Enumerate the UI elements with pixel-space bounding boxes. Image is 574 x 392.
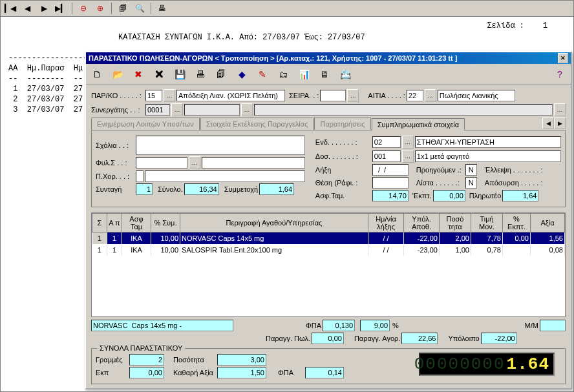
first-icon[interactable]: ▎◀ [3, 1, 17, 15]
lixi-input[interactable] [372, 164, 409, 176]
col-ypol[interactable]: Υπόλ. Αποθ. [404, 214, 440, 232]
copy-icon[interactable]: 🗐 [214, 67, 228, 81]
tab-symplir[interactable]: Συμπληρωματικά στοιχεία [372, 118, 465, 130]
cancel-doc-icon[interactable]: 🗙 [152, 67, 166, 81]
parpol-input [312, 333, 344, 344]
col-ap[interactable]: Α π [107, 214, 122, 232]
next-icon[interactable]: ▶ [37, 1, 51, 15]
new-icon[interactable]: 🗋 [90, 67, 104, 81]
tab-strip: Ενημέρωση Λοιπών Υποσ/των Στοιχεία Εκτέλ… [91, 118, 566, 130]
paragor-label: Παραγγ. Αγορ. [354, 335, 401, 342]
delete-icon[interactable]: ✖ [131, 67, 145, 81]
seira-lookup-button[interactable]: … [347, 89, 359, 102]
tab-ektelesis[interactable]: Στοιχεία Εκτέλεσης Παραγγελίας [200, 118, 314, 130]
pxor-flag-input[interactable] [136, 170, 144, 182]
print-icon[interactable]: 🖶 [155, 1, 169, 15]
aitia-lookup-button[interactable]: … [425, 89, 436, 102]
sxolia-label: Σχόλια . . : [96, 141, 134, 149]
tab-loipon[interactable]: Ενημέρωση Λοιπών Υποσ/των [91, 118, 200, 130]
end-label: Ενδ. . . . . . . : [315, 138, 371, 146]
last-icon[interactable]: ▶▎ [54, 1, 68, 15]
help-icon[interactable]: ? [553, 67, 567, 81]
asftam-input[interactable] [372, 190, 409, 201]
pxor-desc-input[interactable] [145, 170, 305, 182]
col-axia[interactable]: Αξία [531, 214, 565, 232]
parko-lookup-button[interactable]: … [164, 89, 175, 102]
synolo-input[interactable] [184, 183, 219, 195]
edit-icon[interactable]: ✎ [255, 67, 270, 81]
tool1-icon[interactable]: 🗂 [276, 67, 290, 81]
col-poso[interactable]: Ποσό τητα [440, 214, 471, 232]
col-timi[interactable]: Τιμή Μον. [471, 214, 503, 232]
synerg-no-input[interactable] [145, 104, 170, 116]
grammes-label: Γραμμές [96, 356, 128, 364]
dos-no-input[interactable] [372, 150, 401, 162]
current-item-input [91, 320, 233, 331]
sxolia-input[interactable] [136, 136, 305, 155]
fyls-desc-input[interactable] [202, 157, 305, 169]
open-icon[interactable]: 📂 [111, 67, 125, 81]
dialog-title-text: ΠΑΡΑΣΤΑΤΙΚΟ ΠΩΛΗΣΕΩΝ-ΑΓΟΡΩΝ < Τροποποίησ… [89, 54, 457, 62]
syntagi-input[interactable] [136, 183, 153, 195]
print-doc-icon[interactable]: 🖶 [193, 67, 207, 81]
symm-input[interactable] [259, 183, 294, 195]
synerg-desc-input[interactable] [184, 104, 240, 116]
lista-input[interactable] [465, 177, 477, 189]
pxor-label: Π.Χορ. . . : [96, 172, 134, 180]
aitia-desc-input[interactable] [438, 90, 515, 101]
col-s[interactable]: Σ [92, 214, 107, 232]
ekpt-input[interactable] [433, 190, 465, 201]
tool2-icon[interactable]: 📊 [297, 67, 311, 81]
parko-desc-input[interactable] [176, 90, 285, 101]
save-icon[interactable]: 💾 [173, 67, 187, 81]
col-lixi[interactable]: Ημ/νία λήξης [368, 214, 404, 232]
synerg-lookup-button[interactable]: … [171, 103, 183, 116]
ekpt-label: 'Εκπτ. [412, 192, 432, 200]
dos-desc-input[interactable] [415, 150, 561, 162]
export-icon[interactable]: 🗐 [116, 1, 130, 15]
fyls-label: Φυλ.Σ . . : [96, 159, 134, 167]
table-row[interactable]: 11ΙΚΑ10,00SALOSPIR Tabl.Ent.20x100 mg / … [92, 244, 565, 256]
col-asftam[interactable]: Ασφ Ταμ [122, 214, 151, 232]
col-ekpt[interactable]: % Εκπτ. [503, 214, 531, 232]
totals-legend: ΣΥΝΟΛΑ ΠΑΡΑΣΤΑΤΙΚΟΥ [97, 344, 185, 352]
tool4-icon[interactable]: 📇 [338, 67, 352, 81]
close-icon[interactable]: ✕ [558, 53, 568, 63]
tool3-icon[interactable]: 🖥 [317, 67, 332, 81]
totals-group: ΣΥΝΟΛΑ ΠΑΡΑΣΤΑΤΙΚΟΥ Γραμμές Ποσότητα Εκπ… [91, 348, 566, 384]
dialog-titlebar: ΠΑΡΑΣΤΑΤΙΚΟ ΠΩΛΗΣΕΩΝ-ΑΓΟΡΩΝ < Τροποποίησ… [86, 52, 571, 64]
fyls-lookup-button[interactable]: … [189, 156, 200, 169]
thesi-input[interactable] [372, 177, 409, 189]
dos-lookup-button[interactable]: … [402, 150, 414, 163]
end-lookup-button[interactable]: … [402, 136, 414, 149]
col-sym[interactable]: % Συμ. [151, 214, 180, 232]
zoom-out-icon[interactable]: ⊖ [76, 1, 90, 15]
parko-no-input[interactable] [145, 90, 162, 101]
table-row[interactable]: 11ΙΚΑ10,00NORVASC Caps 14x5 mg / /-22,00… [92, 232, 565, 245]
zoom-in-icon[interactable]: ⊕ [93, 1, 107, 15]
synerg-name-input[interactable] [254, 104, 553, 116]
synerg-lookup3-button[interactable]: … [554, 103, 566, 116]
proig-input[interactable] [465, 164, 477, 176]
aposyr-label: Απόσυρση . . . . . : [485, 179, 543, 187]
prev-icon[interactable]: ◀ [20, 1, 34, 15]
col-perigr[interactable]: Περιγραφή Αγαθού/Υπηρεσίας [180, 214, 368, 232]
seira-input[interactable] [320, 90, 346, 101]
find-icon[interactable]: 🔍 [133, 1, 147, 15]
lcd-total: 000000001.64 [419, 353, 555, 376]
proig-label: Προηγούμεν .: [416, 166, 464, 174]
diamond-icon[interactable]: ◆ [235, 67, 249, 81]
aitia-label: ΑΙΤΙΑ . . . . : [368, 92, 405, 99]
seira-label: ΣΕΙΡΑ. . : [289, 92, 319, 99]
tab-scroll-right-icon[interactable]: ▶ [554, 118, 566, 129]
end-no-input[interactable] [372, 136, 401, 148]
end-desc-input[interactable] [415, 136, 561, 148]
plir-input[interactable] [502, 190, 538, 201]
items-grid[interactable]: Σ Α π Ασφ Ταμ % Συμ. Περιγραφή Αγαθού/Υπ… [91, 212, 566, 317]
fyls-input[interactable] [136, 157, 187, 169]
aitia-no-input[interactable] [407, 90, 423, 101]
tab-paratiriseis[interactable]: Παρατηρήσεις [314, 118, 370, 130]
tab-scroll-left-icon[interactable]: ◀ [542, 118, 554, 129]
parpol-label: Παραγγ. Πωλ. [266, 335, 310, 342]
synerg-lookup2-button[interactable]: … [241, 103, 253, 116]
